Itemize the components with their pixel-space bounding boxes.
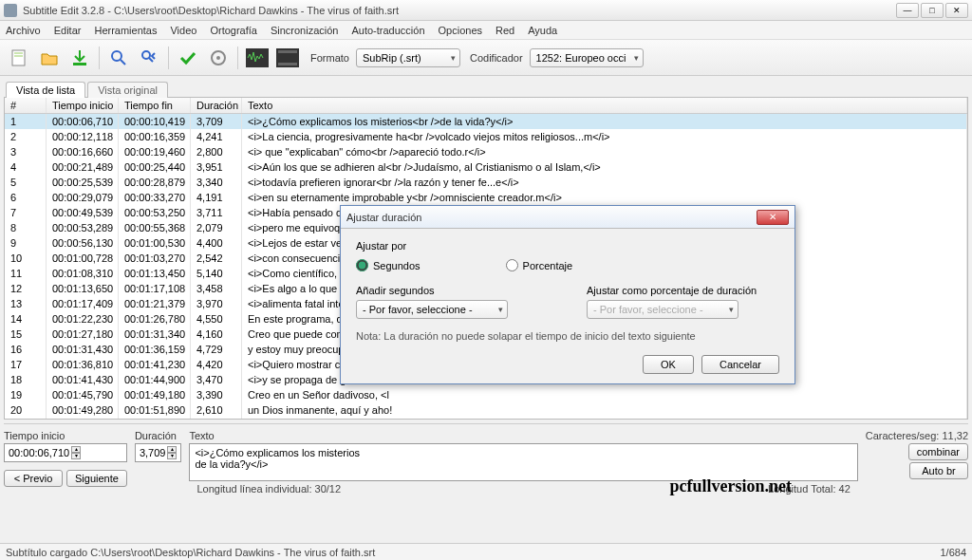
encoder-combo[interactable]: 1252: Europeo occi	[530, 48, 645, 67]
menu-auto-traduccion[interactable]: Auto-traducción	[351, 25, 424, 36]
auto-br-button[interactable]: Auto br	[909, 462, 968, 479]
ok-button[interactable]: OK	[643, 355, 694, 374]
cell: 00:01:41,230	[119, 357, 191, 372]
app-icon	[4, 4, 17, 17]
cell: 3	[5, 144, 47, 159]
cell: 00:00:21,489	[47, 159, 119, 175]
cell: 3,711	[191, 205, 242, 220]
spin-up-icon[interactable]: ▴	[71, 446, 81, 453]
add-seconds-label: Añadir segundos	[356, 285, 549, 296]
tab-original-view[interactable]: Vista original	[87, 82, 168, 98]
menu-editar[interactable]: Editar	[54, 25, 82, 36]
cell: 4,550	[191, 311, 242, 327]
radio-percent[interactable]: Porcentaje	[506, 259, 573, 271]
table-row[interactable]: 2100:01:52,31900:01:55,2182,899<i>Quiero…	[5, 418, 967, 419]
table-row[interactable]: 300:00:16,66000:00:19,4602,800<i> que "e…	[5, 144, 967, 159]
menu-opciones[interactable]: Opciones	[439, 25, 482, 36]
check-icon[interactable]	[175, 45, 201, 71]
next-button[interactable]: Siguiente	[66, 470, 127, 487]
cell: 19	[5, 387, 47, 402]
svg-point-2	[112, 51, 122, 61]
cell: 00:00:25,440	[119, 159, 191, 175]
cell: 00:01:17,108	[119, 281, 191, 296]
replace-icon[interactable]	[136, 45, 162, 71]
dialog-title: Ajustar duración	[346, 212, 757, 223]
search-icon[interactable]	[105, 45, 132, 71]
settings-icon[interactable]	[205, 45, 232, 71]
svg-point-5	[216, 56, 220, 60]
cell: 4,420	[191, 357, 242, 372]
start-time-value: 00:00:06,710	[9, 447, 69, 458]
cell: 8	[5, 220, 47, 235]
toolbar: Formato SubRip (.srt) Codificador 1252: …	[0, 40, 972, 76]
radio-seconds[interactable]: Segundos	[356, 259, 421, 271]
cell: 15	[5, 327, 47, 342]
cancel-button[interactable]: Cancelar	[701, 355, 779, 374]
cell: Creo en un Señor dadivoso, <l	[242, 387, 967, 402]
prev-button[interactable]: < Previo	[4, 470, 63, 487]
adjust-percent-label: Ajustar como porcentaje de duración	[587, 285, 779, 296]
cell: 00:01:03,270	[119, 251, 191, 266]
dialog-note: Nota: La duración no puede solapar el ti…	[356, 330, 779, 342]
table-row[interactable]: 100:00:06,71000:00:10,4193,709<i>¿Cómo e…	[5, 114, 967, 129]
col-start[interactable]: Tiempo inicio	[47, 98, 119, 113]
cell: 7	[5, 205, 47, 220]
menu-archivo[interactable]: Archivo	[6, 25, 41, 36]
col-index[interactable]: #	[5, 98, 47, 113]
cell: 00:01:52,319	[47, 418, 119, 419]
radio-percent-label: Porcentaje	[523, 260, 573, 271]
minimize-button[interactable]: —	[896, 3, 919, 18]
start-time-input[interactable]: 00:00:06,710 ▴▾	[4, 443, 127, 462]
save-file-icon[interactable]	[66, 45, 93, 71]
waveform-icon[interactable]	[244, 45, 271, 71]
table-row[interactable]: 2000:01:49,28000:01:51,8902,610un Dios i…	[5, 402, 967, 418]
spin-up-icon[interactable]: ▴	[167, 446, 177, 453]
format-combo[interactable]: SubRip (.srt)	[356, 48, 460, 67]
table-row[interactable]: 1900:01:45,79000:01:49,1803,390Creo en u…	[5, 387, 967, 402]
new-file-icon[interactable]	[6, 45, 32, 71]
menu-herramientas[interactable]: Herramientas	[94, 25, 157, 36]
table-row[interactable]: 200:00:12,11800:00:16,3594,241<i>La cien…	[5, 129, 967, 144]
dialog-close-icon[interactable]: ✕	[757, 210, 789, 225]
cell: 3,458	[191, 281, 242, 296]
cell: 4,160	[191, 327, 242, 342]
menu-video[interactable]: Video	[170, 25, 196, 36]
cell: 3,970	[191, 296, 242, 311]
menu-ayuda[interactable]: Ayuda	[528, 25, 557, 36]
maximize-button[interactable]: □	[921, 3, 944, 18]
encoder-label: Codificador	[470, 52, 523, 64]
combine-button[interactable]: combinar	[908, 443, 968, 460]
cell: 17	[5, 357, 47, 372]
table-row[interactable]: 400:00:21,48900:00:25,4403,951<i>Aún los…	[5, 159, 967, 175]
col-text[interactable]: Texto	[242, 98, 967, 113]
close-button[interactable]: ✕	[945, 3, 968, 18]
cell: 00:01:45,790	[47, 387, 119, 402]
spin-down-icon[interactable]: ▾	[167, 453, 177, 459]
video-icon[interactable]	[274, 45, 301, 71]
cell: 00:00:49,539	[47, 205, 119, 220]
cell: 00:00:53,289	[47, 220, 119, 235]
menu-red[interactable]: Red	[495, 25, 514, 36]
add-seconds-combo[interactable]: - Por favor, seleccione -	[356, 300, 508, 319]
cell: 00:01:00,530	[119, 235, 191, 251]
duration-input[interactable]: 3,709 ▴▾	[135, 443, 182, 462]
svg-rect-8	[278, 50, 297, 53]
table-row[interactable]: 500:00:25,53900:00:28,8793,340<i>todavía…	[5, 175, 967, 190]
cell: 3,390	[191, 387, 242, 402]
col-duration[interactable]: Duración	[191, 98, 242, 113]
menu-sincronizacion[interactable]: Sincronización	[271, 25, 339, 36]
cell: 00:01:55,218	[119, 418, 191, 419]
subtitle-text-area[interactable]: <i>¿Cómo explicamos los misterios de la …	[189, 443, 857, 481]
status-position: 1/684	[940, 547, 966, 558]
spin-down-icon[interactable]: ▾	[71, 453, 81, 459]
chars-per-sec: Caracteres/seg: 11,32	[866, 430, 968, 441]
start-time-label: Tiempo inicio	[4, 430, 127, 441]
open-file-icon[interactable]	[36, 45, 63, 71]
duration-value: 3,709	[140, 447, 166, 458]
total-length: Longitud Total: 42	[768, 483, 850, 495]
col-end[interactable]: Tiempo fin	[119, 98, 191, 113]
tab-list-view[interactable]: Vista de lista	[6, 82, 85, 98]
table-row[interactable]: 600:00:29,07900:00:33,2704,191<i>en su e…	[5, 190, 967, 205]
individual-length: Longitud línea individual: 30/12	[196, 483, 341, 495]
menu-ortografia[interactable]: Ortografía	[210, 25, 257, 36]
